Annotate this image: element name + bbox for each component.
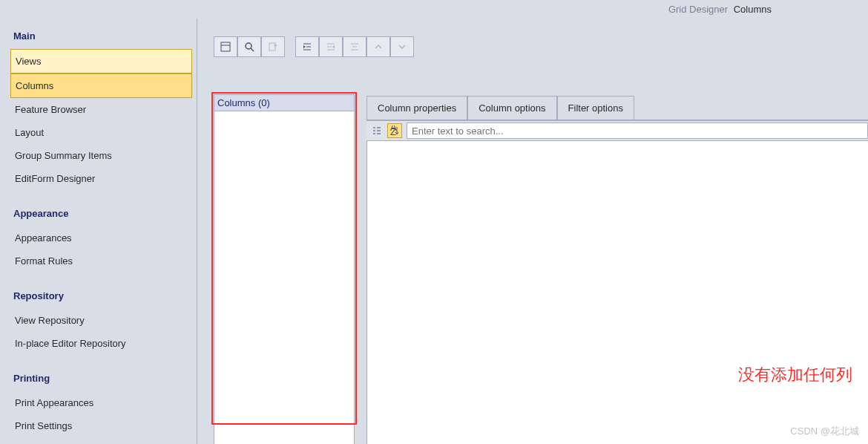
toolbar — [214, 36, 414, 57]
content: Columns (0) Column properties Column opt… — [197, 19, 868, 444]
nav-inplace-editor[interactable]: In-place Editor Repository — [10, 332, 192, 355]
export-icon[interactable] — [261, 36, 285, 57]
tab-column-properties[interactable]: Column properties — [366, 96, 467, 120]
nav-format-rules[interactable]: Format Rules — [10, 249, 192, 272]
header: Grid Designer Columns — [0, 0, 868, 19]
nav-feature-browser[interactable]: Feature Browser — [10, 98, 192, 121]
nav-views[interactable]: Views — [10, 49, 192, 74]
categorize-icon[interactable] — [369, 123, 384, 138]
sidebar: Main Views Columns Feature Browser Layou… — [0, 19, 197, 444]
group-title-main: Main — [10, 26, 192, 46]
align-icon[interactable] — [343, 36, 366, 57]
search-input[interactable] — [407, 123, 868, 139]
header-prefix: Grid Designer — [668, 4, 728, 15]
chevron-down-icon[interactable] — [390, 36, 414, 57]
svg-line-3 — [251, 48, 254, 51]
svg-rect-0 — [221, 42, 230, 51]
search-icon[interactable] — [237, 36, 261, 57]
annotation-text: 没有添加任何列 — [738, 364, 852, 386]
nav-columns[interactable]: Columns — [10, 74, 192, 98]
group-title-repository: Repository — [10, 286, 192, 306]
indent-icon[interactable] — [295, 36, 319, 57]
group-title-appearance: Appearance — [10, 203, 192, 223]
nav-view-repository[interactable]: View Repository — [10, 309, 192, 332]
nav-editform-designer[interactable]: EditForm Designer — [10, 167, 192, 190]
chevron-up-icon[interactable] — [366, 36, 390, 57]
svg-rect-4 — [269, 43, 275, 50]
watermark: CSDN @花北城 — [790, 425, 859, 438]
header-current: Columns — [734, 4, 772, 15]
decrease-indent-icon[interactable] — [319, 36, 343, 57]
sort-az-icon[interactable]: AZ — [387, 123, 402, 138]
columns-panel-header: Columns (0) — [214, 95, 354, 111]
nav-print-settings[interactable]: Print Settings — [10, 414, 192, 437]
tabs: Column properties Column options Filter … — [366, 96, 868, 120]
svg-text:Z: Z — [390, 126, 396, 136]
nav-appearances[interactable]: Appearances — [10, 226, 192, 249]
svg-point-2 — [246, 43, 251, 49]
tab-column-options[interactable]: Column options — [467, 96, 556, 120]
layout-icon[interactable] — [214, 36, 237, 57]
tab-filter-options[interactable]: Filter options — [557, 96, 634, 120]
filter-bar: AZ — [366, 120, 868, 141]
nav-group-summary[interactable]: Group Summary Items — [10, 144, 192, 167]
columns-panel: Columns (0) — [214, 94, 355, 444]
nav-print-appearances[interactable]: Print Appearances — [10, 391, 192, 414]
main: Main Views Columns Feature Browser Layou… — [0, 19, 868, 444]
group-title-printing: Printing — [10, 368, 192, 388]
property-grid: 没有添加任何列 — [366, 141, 868, 444]
nav-layout[interactable]: Layout — [10, 121, 192, 144]
